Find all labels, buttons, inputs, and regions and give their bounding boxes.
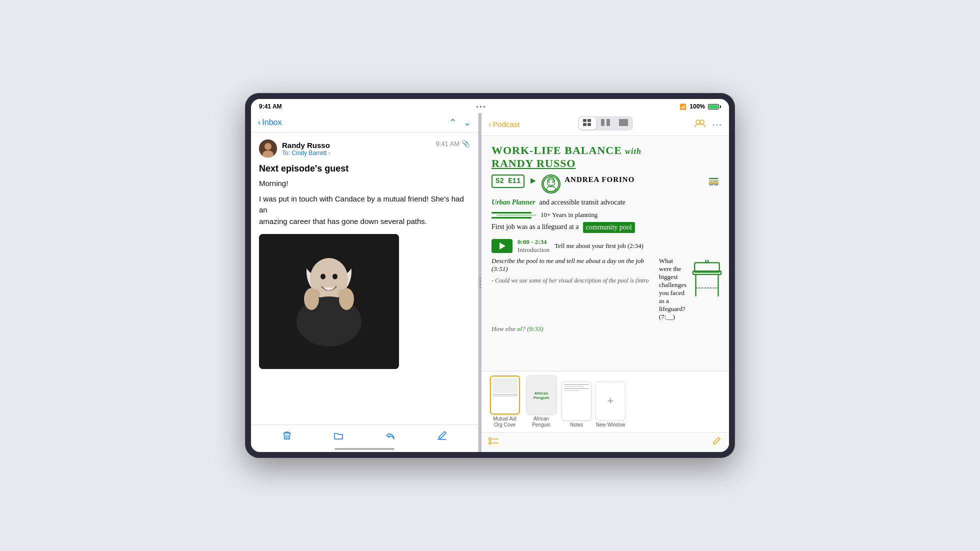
timeline-row: 0:00 - 2:34 Introduction Tell me about y… [492, 238, 719, 254]
checklist-icon[interactable] [488, 437, 500, 448]
questions-section: Describe the pool to me and tell me abou… [492, 257, 719, 321]
thumb-label-new: New Window [596, 422, 625, 428]
thumb-card-1[interactable] [490, 376, 520, 414]
status-bar: 9:41 AM 📶 100% [251, 99, 729, 113]
new-window-plus[interactable]: + [596, 382, 626, 420]
svg-point-44 [489, 438, 492, 440]
svg-point-31 [700, 120, 704, 124]
road-lines-sketch [492, 212, 536, 218]
thumb-item-1[interactable]: Mutual Aid Org Cove [488, 376, 521, 428]
dot1 [476, 106, 478, 108]
svg-point-45 [489, 442, 492, 444]
svg-rect-25 [583, 123, 586, 126]
episode-badge: S2 E11 [492, 174, 524, 188]
sender-info: Randy Russo To: Cindy Barrett › [282, 141, 330, 156]
thumb-item-3[interactable]: Notes [562, 382, 592, 428]
svg-rect-29 [619, 119, 628, 126]
ipad-screen: 9:41 AM 📶 100% [251, 99, 729, 452]
title-line2: RANDY RUSSO [492, 157, 719, 170]
view-btn-grid[interactable] [579, 117, 596, 130]
svg-rect-28 [606, 119, 610, 126]
ipad-device: 9:41 AM 📶 100% [245, 93, 735, 458]
thumb-item-new[interactable]: + New Window [596, 382, 626, 428]
battery-bar [708, 104, 721, 110]
handle-dots [480, 278, 481, 288]
thumb-label-2: African Penguin [525, 416, 558, 428]
notes-collab-icon[interactable] [694, 117, 706, 132]
body-text: I was put in touch with Candace by a mut… [259, 194, 470, 228]
battery-tip [720, 106, 721, 108]
svg-point-15 [320, 274, 326, 280]
train-sketch-icon: 🚃 [708, 174, 719, 187]
notes-more-icon[interactable]: ⋯ [712, 118, 722, 130]
svg-point-21 [308, 289, 320, 299]
status-time: 9:41 AM [259, 103, 282, 110]
mail-toolbar: ‹ Inbox ⌃ ⌄ [251, 113, 478, 132]
podcast-back-button[interactable]: ‹ Podcast [488, 120, 520, 129]
mail-nav-icons: ⌃ ⌄ [449, 117, 471, 128]
folder-icon[interactable] [333, 430, 344, 441]
road-sketch: 10+ Years in planning [492, 211, 719, 219]
pencil-edit-icon[interactable] [711, 436, 722, 449]
notes-back-chevron-icon: ‹ [488, 120, 491, 129]
guest-face-sketch [542, 174, 560, 194]
inbox-label: Inbox [262, 118, 282, 127]
thumb-card-3[interactable] [562, 382, 592, 420]
notes-toolbar: ‹ Podcast [482, 113, 729, 136]
mail-bottom-bar [251, 424, 478, 446]
episode-row: S2 E11 ► [492, 174, 719, 194]
battery-body [708, 104, 719, 110]
svg-point-32 [544, 176, 558, 192]
mail-time: 9:41 AM 📎 [436, 140, 470, 148]
compose-icon[interactable] [436, 430, 448, 441]
thumb-item-2[interactable]: AfricanPenguin African Penguin [525, 376, 558, 428]
svg-rect-23 [583, 119, 586, 122]
mail-sender-row: Randy Russo To: Cindy Barrett › [259, 140, 330, 158]
thumb-label-1: Mutual Aid Org Cove [488, 416, 521, 428]
title-line1: WORK-LIFE BALANCE with [492, 144, 719, 157]
timeline-info: 0:00 - 2:34 Introduction [518, 238, 550, 254]
status-right: 📶 100% [680, 103, 721, 110]
mail-header: Randy Russo To: Cindy Barrett › 9:41 AM … [259, 140, 470, 158]
split-view: ‹ Inbox ⌃ ⌄ [251, 113, 729, 452]
community-pool-highlight: community pool [583, 222, 635, 233]
svg-rect-26 [588, 123, 591, 126]
mail-content: Randy Russo To: Cindy Barrett › 9:41 AM … [251, 132, 478, 424]
svg-point-1 [264, 143, 272, 150]
thumb-card-2[interactable]: AfricanPenguin [526, 376, 556, 414]
urban-planner-row: Urban Planner and accessible transit adv… [492, 198, 719, 208]
sender-to: To: Cindy Barrett › [282, 150, 330, 156]
notes-title: WORK-LIFE BALANCE with RANDY RUSSO [492, 144, 719, 170]
svg-point-35 [548, 182, 550, 183]
how-else-row: How else ol? (9:33) [492, 325, 719, 333]
reply-icon[interactable] [385, 430, 396, 441]
home-indicator [334, 448, 394, 450]
play-icon[interactable] [492, 239, 512, 253]
sender-name: Randy Russo [282, 141, 330, 150]
notes-right-icons: ⋯ [694, 117, 722, 132]
wifi-icon: 📶 [680, 104, 686, 110]
trash-icon[interactable] [282, 430, 292, 441]
mail-body: Morning! I was put in touch with Candace… [259, 178, 470, 227]
question2: What were the biggest challenges you fac… [659, 257, 686, 321]
guest-info: ANDREA FORINO [564, 174, 634, 185]
mail-up-icon[interactable]: ⌃ [449, 117, 456, 128]
notes-thumbnail-strip: Mutual Aid Org Cove AfricanPenguin Afric… [482, 371, 729, 432]
view-btn-list[interactable] [615, 117, 632, 130]
pool-final-note: ol? (9:33) [517, 325, 543, 332]
avatar [259, 140, 277, 158]
dot3 [484, 106, 485, 108]
dot2 [480, 106, 482, 108]
mail-panel: ‹ Inbox ⌃ ⌄ [251, 113, 478, 452]
svg-point-22 [338, 289, 350, 299]
notes-bottom-bar [482, 432, 729, 452]
view-switcher [578, 116, 633, 130]
svg-point-16 [332, 274, 338, 280]
view-btn-split[interactable] [597, 117, 614, 130]
notes-content: WORK-LIFE BALANCE with RANDY RUSSO S2 E1… [482, 136, 729, 371]
arrow-right-icon: ► [528, 174, 538, 187]
body-greeting: Morning! [259, 178, 470, 190]
mail-back-button[interactable]: ‹ Inbox [258, 118, 282, 127]
mail-down-icon[interactable]: ⌄ [464, 117, 471, 128]
battery-fill [709, 105, 718, 108]
